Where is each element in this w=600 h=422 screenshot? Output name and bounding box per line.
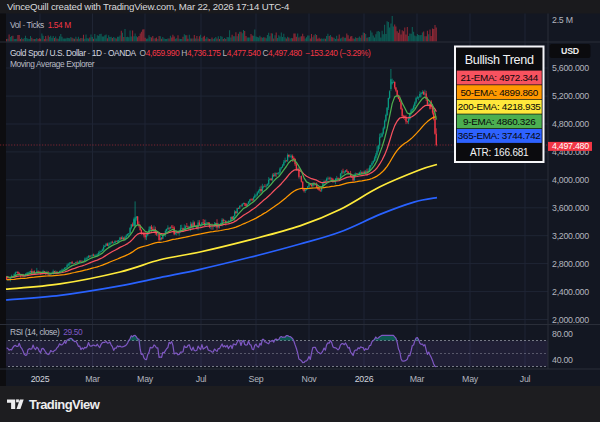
svg-text:May: May — [137, 374, 154, 384]
svg-text:Mar: Mar — [410, 374, 425, 384]
svg-text:4,800.000: 4,800.000 — [552, 119, 589, 129]
svg-text:2,000.000: 2,000.000 — [552, 315, 589, 325]
svg-text:Jul: Jul — [196, 374, 207, 384]
svg-text:VinceQuill created with Tradin: VinceQuill created with TradingView.com,… — [7, 1, 290, 12]
svg-text:3,600.000: 3,600.000 — [552, 203, 589, 213]
svg-text:May: May — [462, 374, 479, 384]
svg-text:50-EMA: 4899.860: 50-EMA: 4899.860 — [460, 87, 538, 98]
svg-text:2025: 2025 — [31, 374, 50, 384]
svg-text:Sep: Sep — [249, 374, 264, 384]
svg-text:2,800.000: 2,800.000 — [552, 259, 589, 269]
svg-text:Moving Average Explorer: Moving Average Explorer — [10, 59, 95, 69]
svg-text:4,000.000: 4,000.000 — [552, 175, 589, 185]
svg-text:2.5 M: 2.5 M — [552, 15, 573, 25]
svg-text:21-EMA: 4972.344: 21-EMA: 4972.344 — [460, 72, 538, 83]
svg-text:USD: USD — [561, 46, 579, 56]
svg-text:Nov: Nov — [302, 374, 318, 384]
svg-text:TradingView: TradingView — [29, 397, 101, 412]
svg-text:Gold Spot / U.S. Dollar - 1D -: Gold Spot / U.S. Dollar - 1D - OANDA O4,… — [10, 48, 371, 58]
svg-text:2,400.000: 2,400.000 — [552, 287, 589, 297]
svg-text:200-EMA: 4218.935: 200-EMA: 4218.935 — [458, 101, 542, 112]
svg-text:RSI (14, close) 29.50: RSI (14, close) 29.50 — [10, 327, 83, 337]
svg-text:80.00: 80.00 — [552, 329, 573, 339]
svg-text:4,497.480: 4,497.480 — [552, 141, 589, 151]
svg-text:ATR: 166.681: ATR: 166.681 — [470, 147, 529, 158]
svg-text:40.00: 40.00 — [552, 355, 573, 365]
svg-text:9-EMA: 4860.326: 9-EMA: 4860.326 — [463, 116, 536, 127]
svg-text:Jul: Jul — [520, 374, 531, 384]
svg-text:Mar: Mar — [85, 374, 100, 384]
svg-text:5,600.000: 5,600.000 — [552, 63, 589, 73]
svg-text:Vol - Ticks 1.54 M: Vol - Ticks 1.54 M — [10, 20, 71, 30]
svg-text:3,200.000: 3,200.000 — [552, 231, 589, 241]
svg-text:Bullish Trend: Bullish Trend — [465, 53, 534, 67]
svg-text:5,200.000: 5,200.000 — [552, 91, 589, 101]
svg-text:2026: 2026 — [355, 374, 374, 384]
svg-text:365-EMA: 3744.742: 365-EMA: 3744.742 — [458, 130, 541, 141]
